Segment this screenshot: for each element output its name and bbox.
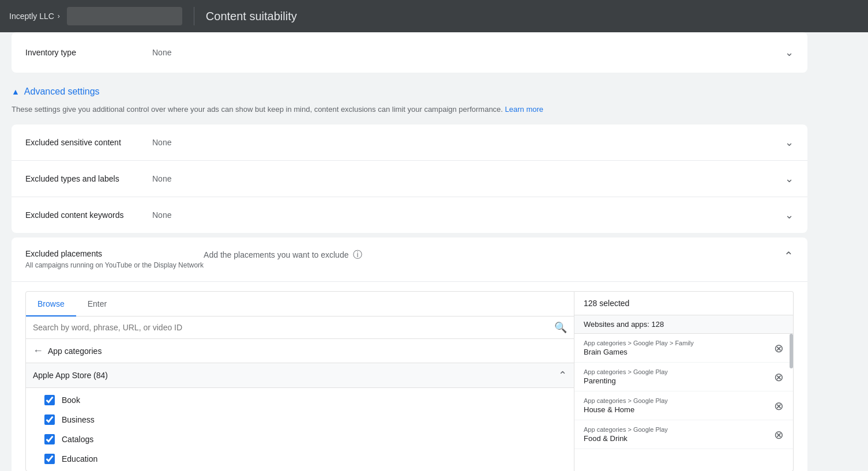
excluded-content-keywords-label: Excluded content keywords bbox=[25, 210, 152, 220]
tab-browse[interactable]: Browse bbox=[26, 292, 76, 316]
main-content: Inventory type None ⌄ ▲ Advanced setting… bbox=[0, 32, 819, 471]
selected-item-name-parenting: Parenting bbox=[584, 376, 774, 385]
selected-panel-scroll-wrapper: App categories > Google Play > Family Br… bbox=[574, 334, 793, 471]
top-bar: Inceptly LLC › Content suitability bbox=[0, 0, 868, 32]
placement-search-input[interactable] bbox=[33, 323, 554, 332]
excluded-sensitive-content-label: Excluded sensitive content bbox=[25, 138, 152, 147]
placements-title: Excluded placements bbox=[25, 249, 204, 258]
checkbox-education[interactable] bbox=[44, 454, 55, 464]
brand-name: Inceptly LLC bbox=[9, 12, 54, 21]
inventory-type-label: Inventory type bbox=[25, 48, 152, 57]
back-label: App categories bbox=[48, 346, 102, 356]
checkbox-catalogs-label: Catalogs bbox=[62, 435, 93, 444]
excluded-types-chevron: ⌄ bbox=[785, 172, 794, 185]
selected-item-food-drink: App categories > Google Play Food & Drin… bbox=[574, 420, 793, 449]
search-icon: 🔍 bbox=[554, 321, 567, 334]
remove-house-home-button[interactable]: ⊗ bbox=[774, 399, 784, 413]
browse-enter-panel: Browse Enter 🔍 ← App categories bbox=[25, 291, 574, 471]
selected-item-name-brain-games: Brain Games bbox=[584, 348, 774, 356]
advanced-settings-arrow: ▲ bbox=[12, 87, 20, 96]
inventory-type-chevron: ⌄ bbox=[785, 46, 794, 59]
checkbox-item-book[interactable]: Book bbox=[26, 390, 574, 410]
inventory-type-row[interactable]: Inventory type None ⌄ bbox=[12, 32, 807, 73]
checkbox-item-education[interactable]: Education bbox=[26, 449, 574, 469]
excluded-types-labels-label: Excluded types and labels bbox=[25, 174, 152, 183]
search-row: 🔍 bbox=[26, 316, 574, 339]
placements-body: Browse Enter 🔍 ← App categories bbox=[12, 282, 807, 471]
placements-header-left: Excluded placements All campaigns runnin… bbox=[25, 249, 204, 270]
excluded-content-keywords-row[interactable]: Excluded content keywords None ⌄ bbox=[12, 197, 807, 233]
checkbox-item-business[interactable]: Business bbox=[26, 410, 574, 429]
selected-item-path-parenting: App categories > Google Play bbox=[584, 368, 774, 375]
selected-list: App categories > Google Play > Family Br… bbox=[574, 334, 793, 449]
help-icon[interactable]: ⓘ bbox=[353, 249, 362, 261]
excluded-sensitive-content-value: None bbox=[152, 138, 785, 147]
excluded-keywords-chevron: ⌄ bbox=[785, 209, 794, 221]
advanced-settings-title[interactable]: Advanced settings bbox=[24, 86, 100, 97]
selected-item-parenting: App categories > Google Play Parenting ⊗ bbox=[574, 363, 793, 391]
advanced-settings-section: ▲ Advanced settings These settings give … bbox=[12, 86, 807, 233]
selected-header: 128 selected bbox=[574, 292, 793, 315]
checkbox-list: Book Business Catalogs Education bbox=[26, 388, 574, 471]
placements-add-text: Add the placements you want to exclude bbox=[204, 250, 348, 259]
selected-item-brain-games: App categories > Google Play > Family Br… bbox=[574, 334, 793, 363]
excluded-sensitive-content-row[interactable]: Excluded sensitive content None ⌄ bbox=[12, 125, 807, 161]
excluded-placements-section: Excluded placements All campaigns runnin… bbox=[12, 238, 807, 472]
remove-food-drink-button[interactable]: ⊗ bbox=[774, 428, 784, 442]
checkbox-book[interactable] bbox=[44, 395, 55, 405]
selected-item-path-food-drink: App categories > Google Play bbox=[584, 426, 774, 433]
placements-header: Excluded placements All campaigns runnin… bbox=[12, 238, 807, 282]
selected-panel: 128 selected Websites and apps: 128 App … bbox=[574, 291, 794, 471]
top-bar-divider bbox=[194, 7, 194, 25]
selected-item-path-house-home: App categories > Google Play bbox=[584, 397, 774, 404]
checkbox-item-catalogs[interactable]: Catalogs bbox=[26, 429, 574, 449]
advanced-settings-desc: These settings give you additional contr… bbox=[12, 104, 807, 115]
excluded-content-keywords-value: None bbox=[152, 210, 785, 220]
brand-chevron: › bbox=[58, 12, 60, 20]
placements-collapse-button[interactable]: ⌃ bbox=[784, 249, 794, 263]
advanced-settings-header: ▲ Advanced settings bbox=[12, 86, 807, 97]
checkbox-book-label: Book bbox=[62, 395, 80, 405]
top-search-bar[interactable] bbox=[67, 7, 182, 25]
checkbox-business-label: Business bbox=[62, 415, 95, 424]
checkbox-catalogs[interactable] bbox=[44, 434, 55, 444]
scrollbar-thumb[interactable] bbox=[790, 334, 793, 368]
selected-item-house-home: App categories > Google Play House & Hom… bbox=[574, 391, 793, 420]
advanced-settings-card: Excluded sensitive content None ⌄ Exclud… bbox=[12, 125, 807, 233]
brand-link[interactable]: Inceptly LLC › bbox=[9, 12, 60, 21]
excluded-sensitive-chevron: ⌄ bbox=[785, 136, 794, 149]
selected-item-name-house-home: House & Home bbox=[584, 405, 774, 414]
tabs-row: Browse Enter bbox=[26, 292, 574, 316]
learn-more-link[interactable]: Learn more bbox=[505, 105, 543, 114]
excluded-types-labels-row[interactable]: Excluded types and labels None ⌄ bbox=[12, 161, 807, 197]
selected-item-name-food-drink: Food & Drink bbox=[584, 434, 774, 443]
remove-brain-games-button[interactable]: ⊗ bbox=[774, 341, 784, 355]
checkbox-business[interactable] bbox=[44, 415, 55, 425]
excluded-types-labels-value: None bbox=[152, 174, 785, 183]
inventory-type-value: None bbox=[152, 48, 785, 57]
inventory-type-card: Inventory type None ⌄ bbox=[12, 32, 807, 73]
remove-parenting-button[interactable]: ⊗ bbox=[774, 370, 784, 384]
tab-enter[interactable]: Enter bbox=[76, 292, 118, 316]
back-row[interactable]: ← App categories bbox=[26, 339, 574, 363]
apple-app-store-chevron: ⌃ bbox=[558, 369, 567, 382]
checkbox-education-label: Education bbox=[62, 454, 97, 464]
placements-subtitle: All campaigns running on YouTube or the … bbox=[25, 261, 204, 270]
apple-app-store-label: Apple App Store (84) bbox=[33, 371, 558, 380]
page-title: Content suitability bbox=[206, 10, 297, 23]
placements-header-center: Add the placements you want to exclude ⓘ bbox=[204, 249, 784, 261]
websites-apps-bar: Websites and apps: 128 bbox=[574, 315, 793, 334]
selected-item-path-brain-games: App categories > Google Play > Family bbox=[584, 340, 774, 346]
apple-app-store-row[interactable]: Apple App Store (84) ⌃ bbox=[26, 363, 574, 388]
back-arrow-icon: ← bbox=[33, 345, 43, 357]
placements-header-right: ⌃ bbox=[784, 249, 794, 263]
